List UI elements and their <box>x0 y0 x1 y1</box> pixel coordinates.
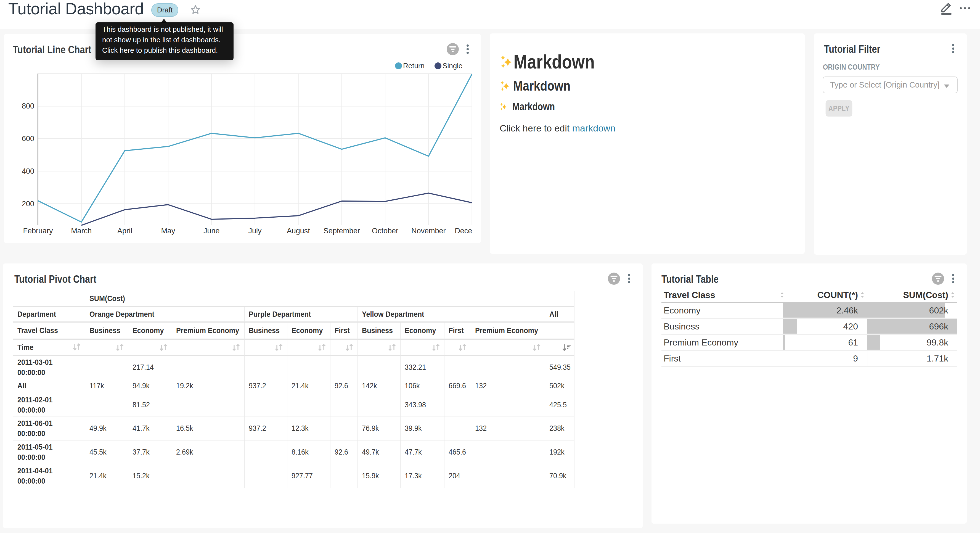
column-sorter-icon[interactable] <box>859 292 866 298</box>
sparkles-icon <box>500 54 513 70</box>
sort-icon[interactable] <box>274 343 284 351</box>
menu-dot <box>952 281 955 283</box>
select-placeholder: Type or Select [Origin Country] <box>830 80 940 89</box>
pivot-travelclass-header[interactable]: Business <box>85 322 128 340</box>
column-header-sum-cost-[interactable]: SUM(Cost) <box>867 290 957 300</box>
table-row[interactable]: Economy2.46k602k <box>662 303 957 319</box>
menu-dot <box>628 274 630 276</box>
applied-filter-icon[interactable] <box>932 273 944 285</box>
sort-icon[interactable] <box>431 343 441 351</box>
pivot-value-cell: 21.4k <box>287 378 331 393</box>
filter-menu-icon[interactable] <box>952 44 955 59</box>
edit-dashboard-icon[interactable] <box>939 1 953 16</box>
sort-icon[interactable] <box>345 343 354 351</box>
pivot-sorter-cell[interactable] <box>444 340 471 356</box>
pivot-sorter-cell[interactable] <box>287 340 331 356</box>
pivot-sorter-cell[interactable] <box>358 340 401 356</box>
pivot-travelclass-header[interactable]: Business <box>358 322 401 340</box>
chart-menu-icon[interactable] <box>628 274 630 289</box>
table-row[interactable]: Business420696k <box>662 319 957 335</box>
pivot-value-cell <box>245 393 287 417</box>
chart-legend: Return Single <box>395 62 462 70</box>
origin-country-select[interactable]: Type or Select [Origin Country] <box>822 77 958 93</box>
pivot-row-header: All <box>13 378 85 393</box>
unpublished-tooltip[interactable]: This dashboard is not published, it will… <box>95 22 234 60</box>
pivot-time-label[interactable]: Time <box>13 340 85 356</box>
pivot-travelclass-header[interactable]: Economy <box>401 322 444 340</box>
sort-icon[interactable] <box>532 343 542 351</box>
sort-icon[interactable] <box>458 343 467 351</box>
pivot-sorter-cell[interactable] <box>172 340 245 356</box>
pivot-sorter-cell[interactable] <box>331 340 358 356</box>
pivot-department-header[interactable]: All <box>545 307 574 322</box>
filter-line <box>936 278 940 279</box>
draft-badge[interactable]: Draft <box>151 3 178 17</box>
legend-return-dot[interactable] <box>395 62 402 69</box>
pivot-sorter-cell[interactable] <box>85 340 128 356</box>
column-header-travel-class[interactable]: Travel Class <box>662 290 783 300</box>
pivot-value-cell <box>287 393 331 417</box>
apply-button[interactable]: APPLY <box>826 100 853 116</box>
legend-single-label[interactable]: Single <box>442 62 462 70</box>
pivot-value-cell: 16.5k <box>172 417 245 440</box>
pivot-sorter-cell[interactable] <box>245 340 287 356</box>
applied-filter-icon[interactable] <box>608 273 620 285</box>
pivot-department-header[interactable]: Purple Department <box>245 307 358 322</box>
y-tick-label: 600 <box>22 134 34 143</box>
pivot-travelclass-header[interactable]: Premium Economy <box>172 322 245 340</box>
sparkles-icon <box>500 102 507 111</box>
pivot-value-cell: 19.2k <box>172 378 245 393</box>
pivot-sorter-cell[interactable] <box>401 340 444 356</box>
sort-icon[interactable] <box>115 343 125 351</box>
chart-menu-icon[interactable] <box>466 45 469 59</box>
pivot-department-header[interactable]: Yellow Department <box>358 307 545 322</box>
pivot-value-cell <box>172 393 245 417</box>
pivot-travelclass-header[interactable] <box>545 322 574 340</box>
legend-return-label[interactable]: Return <box>403 62 425 70</box>
pivot-sorter-cell[interactable] <box>471 340 545 356</box>
applied-filter-icon[interactable] <box>447 43 459 55</box>
pivot-travelclass-header[interactable]: First <box>444 322 471 340</box>
pivot-value-cell <box>331 464 358 488</box>
filter-line <box>935 276 942 277</box>
pivot-sorter-cell[interactable] <box>545 340 574 356</box>
pivot-travelclass-header[interactable]: Economy <box>128 322 172 340</box>
single-series-line[interactable] <box>81 193 472 225</box>
sort-icon[interactable] <box>388 343 397 351</box>
dashboard-menu-icon[interactable] <box>960 7 970 10</box>
pivot-travelclass-header[interactable]: First <box>331 322 358 340</box>
menu-dot <box>952 51 955 53</box>
pivot-travelclass-header[interactable]: Business <box>245 322 287 340</box>
cell-travel-class: Premium Economy <box>662 337 783 348</box>
markdown-card[interactable]: Markdown Markdown Markdown Click here to… <box>490 34 805 254</box>
table-row[interactable]: First91.71k <box>662 351 957 367</box>
table-row[interactable]: Premium Economy6199.8k <box>662 335 957 351</box>
pivot-value-cell: 217.14 <box>128 356 172 378</box>
markdown-paragraph: Click here to edit markdown <box>500 123 795 134</box>
pivot-travelclass-header[interactable]: Economy <box>287 322 331 340</box>
legend-single-dot[interactable] <box>434 62 441 69</box>
data-table[interactable]: Travel ClassCOUNT(*)SUM(Cost)Economy2.46… <box>662 288 957 367</box>
menu-dot <box>952 44 955 46</box>
pivot-table[interactable]: SUM(Cost)DepartmentOrange DepartmentPurp… <box>13 291 574 488</box>
sort-icon[interactable] <box>159 343 169 351</box>
pivot-value-cell: 92.6 <box>331 440 358 464</box>
pivot-value-cell <box>471 464 545 488</box>
chart-menu-icon[interactable] <box>952 274 955 289</box>
filter-line <box>449 46 456 48</box>
pivot-travelclass-label: Travel Class <box>13 322 85 340</box>
pivot-sorter-cell[interactable] <box>128 340 172 356</box>
column-header-count-[interactable]: COUNT(*) <box>783 290 867 300</box>
sort-icon[interactable] <box>317 343 327 351</box>
sort-descending-icon[interactable] <box>562 343 571 351</box>
column-sorter-icon[interactable] <box>949 292 956 298</box>
pivot-travelclass-header[interactable]: Premium Economy <box>471 322 545 340</box>
markdown-edit-link[interactable]: markdown <box>572 123 616 133</box>
pivot-department-header[interactable]: Orange Department <box>85 307 245 322</box>
x-tick-label: May <box>161 227 176 235</box>
sort-icon[interactable] <box>72 343 82 351</box>
sort-icon[interactable] <box>232 343 241 351</box>
y-tick-label: 800 <box>22 102 34 110</box>
pivot-value-cell: 81.52 <box>128 393 172 417</box>
favorite-star-icon[interactable] <box>191 5 200 14</box>
